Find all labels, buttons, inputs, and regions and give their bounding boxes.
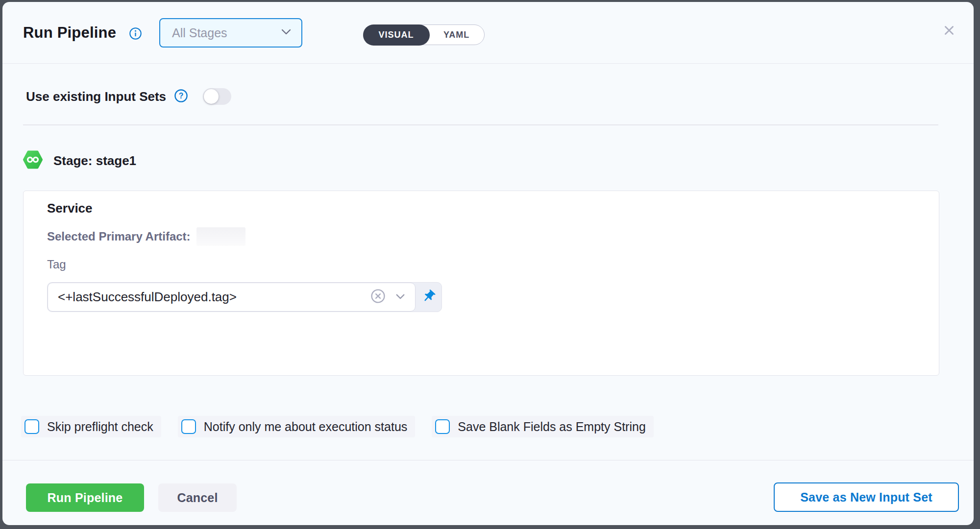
option-label: Notify only me about execution status [204,420,408,434]
pushpin-icon [421,289,436,306]
tag-field-label: Tag [47,258,66,271]
save-as-new-input-set-button[interactable]: Save as New Input Set [774,482,959,512]
tag-input[interactable] [50,289,370,305]
run-pipeline-modal: Run Pipeline All Stages VISUAL YAML [2,2,974,525]
modal-header: Run Pipeline All Stages VISUAL YAML [2,2,974,64]
page-title: Run Pipeline [23,2,116,64]
chevron-down-icon[interactable] [395,293,405,302]
option-skip-preflight[interactable]: Skip preflight check [21,416,161,437]
close-icon[interactable] [941,23,957,38]
tab-visual[interactable]: VISUAL [363,24,430,46]
selected-artifact-label: Selected Primary Artifact: [47,230,191,243]
selected-artifact-value [196,227,245,246]
tag-input-group [47,282,442,312]
run-pipeline-button[interactable]: Run Pipeline [26,483,144,512]
checkbox-notify-only-me[interactable] [181,419,196,434]
svg-text:?: ? [179,91,184,99]
clear-icon[interactable] [370,289,386,306]
option-label: Skip preflight check [47,420,153,434]
stage-select-dropdown[interactable]: All Stages [159,18,302,48]
toggle-knob [204,89,219,104]
selected-artifact-row: Selected Primary Artifact: [47,227,245,246]
stage-label: Stage: stage1 [53,153,136,168]
tab-yaml[interactable]: YAML [429,25,484,45]
option-save-blank-fields[interactable]: Save Blank Fields as Empty String [432,416,654,437]
checkbox-skip-preflight[interactable] [24,419,39,434]
info-icon[interactable] [129,27,142,42]
visual-yaml-toggle: VISUAL YAML [363,24,485,45]
pin-button[interactable] [416,283,441,312]
use-existing-input-sets-row: Use existing Input Sets ? [26,83,231,110]
input-sets-toggle[interactable] [203,88,231,105]
stage-row: Stage: stage1 [23,150,136,171]
cd-stage-icon [23,150,43,171]
help-icon[interactable]: ? [174,89,188,105]
option-notify-only-me[interactable]: Notify only me about execution status [178,416,416,437]
option-label: Save Blank Fields as Empty String [458,420,646,434]
section-divider [23,124,938,125]
tag-input-box [48,283,416,312]
stage-select-value: All Stages [172,26,281,40]
tag-input-icons [370,289,405,306]
use-existing-input-sets-label: Use existing Input Sets [26,89,166,104]
cancel-button[interactable]: Cancel [158,483,237,512]
service-card-title: Service [47,201,93,216]
chevron-down-icon [281,28,292,37]
service-card: Service Selected Primary Artifact: Tag [23,191,939,376]
run-options-row: Skip preflight check Notify only me abou… [21,416,654,437]
footer-divider [2,460,974,460]
checkbox-save-blank-fields[interactable] [435,419,450,434]
